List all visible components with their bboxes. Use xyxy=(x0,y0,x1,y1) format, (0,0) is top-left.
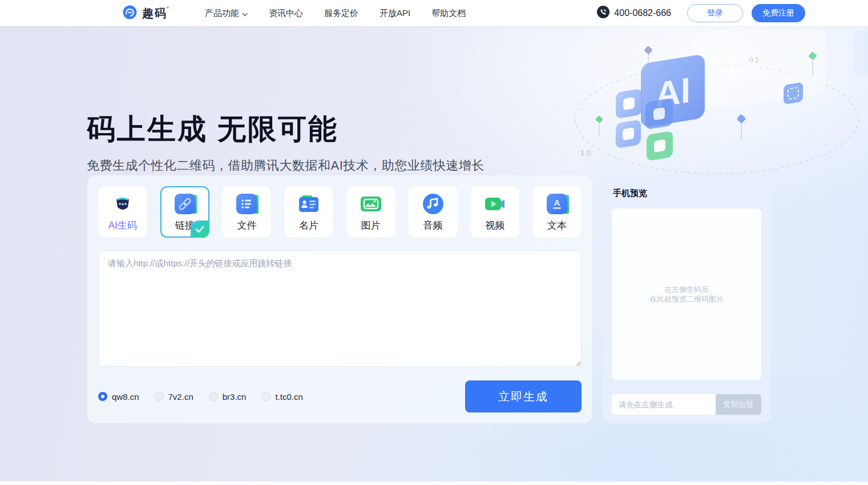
audio-icon xyxy=(422,193,445,215)
contact-card-icon xyxy=(297,193,320,215)
phone-number: 400-0682-666 xyxy=(614,8,671,18)
generate-button[interactable]: 立即生成 xyxy=(465,380,582,412)
tab-audio[interactable]: 音频 xyxy=(409,186,458,238)
domain-option-qw8[interactable]: qw8.cn xyxy=(98,392,139,402)
hero-section: AI 1 0 0 1 码上生成 无限可能 免费生成个性化二维码，借助腾讯大数据和… xyxy=(0,26,868,482)
tab-text[interactable]: A 文本 xyxy=(532,186,582,238)
tab-business-card[interactable]: 名片 xyxy=(284,186,333,238)
nav-item-news[interactable]: 资讯中心 xyxy=(269,8,303,19)
radio-icon[interactable] xyxy=(261,392,271,401)
radio-icon[interactable] xyxy=(209,392,218,401)
domain-option-br3[interactable]: br3.cn xyxy=(209,392,247,402)
phone-icon xyxy=(597,6,609,21)
chevron-down-icon xyxy=(242,9,248,18)
tab-label: 名片 xyxy=(299,219,318,232)
nav-item-pricing[interactable]: 服务定价 xyxy=(324,8,358,19)
tab-label: 图片 xyxy=(361,219,381,232)
brand-logo-icon xyxy=(123,5,137,22)
preview-empty-line1: 在左侧生码后 xyxy=(664,284,709,294)
file-icon xyxy=(235,193,258,215)
shortlink-row: 复制短链 xyxy=(612,394,761,415)
url-input[interactable] xyxy=(98,250,582,367)
ai-panel: AI xyxy=(641,54,705,128)
page-title: 码上生成 无限可能 xyxy=(87,110,338,149)
register-button[interactable]: 免费注册 xyxy=(752,4,805,22)
login-button[interactable]: 登录 xyxy=(687,4,743,22)
tab-image[interactable]: 图片 xyxy=(346,186,395,238)
generator-card: AI生码 链接 xyxy=(87,175,592,423)
generator-bottom-row: qw8.cn 7v2.cn br3.cn t.tc0.cn 立 xyxy=(98,380,582,412)
nav-item-products[interactable]: 产品功能 xyxy=(205,8,248,19)
header-right: 400-0682-666 登录 免费注册 xyxy=(597,4,805,22)
radio-icon[interactable] xyxy=(98,392,107,401)
domain-label: qw8.cn xyxy=(112,392,139,402)
image-icon xyxy=(360,193,382,215)
text-icon: A xyxy=(546,193,568,215)
nav-item-open-api[interactable]: 开放API xyxy=(380,8,410,19)
domain-label: 7v2.cn xyxy=(168,392,193,402)
hero-illustration: AI 1 0 0 1 xyxy=(571,31,868,179)
video-icon xyxy=(483,193,506,215)
svg-text:A: A xyxy=(554,198,560,207)
preview-title: 手机预览 xyxy=(613,188,761,199)
tab-file[interactable]: 文件 xyxy=(222,186,271,238)
nav-item-label: 服务定价 xyxy=(324,8,358,19)
nav-item-label: 资讯中心 xyxy=(269,8,303,19)
tab-label: 文件 xyxy=(237,219,256,232)
preview-empty-line2: 在此处预览二维码图片 xyxy=(649,294,724,304)
selected-check-icon xyxy=(191,221,209,238)
robot-icon xyxy=(111,193,134,215)
shortlink-input[interactable] xyxy=(612,394,716,415)
copy-shortlink-button[interactable]: 复制短链 xyxy=(716,394,761,415)
brand-logo[interactable]: 趣码 xyxy=(123,5,167,22)
tab-label: 视频 xyxy=(485,219,504,232)
tab-ai-code[interactable]: AI生码 xyxy=(98,186,147,238)
svg-text:AI: AI xyxy=(655,70,691,115)
nav-item-help-docs[interactable]: 帮助文档 xyxy=(431,8,466,19)
tab-link[interactable]: 链接 xyxy=(160,186,209,238)
domain-option-7v2[interactable]: 7v2.cn xyxy=(155,392,193,402)
tab-label: AI生码 xyxy=(108,219,137,232)
code-type-tabs: AI生码 链接 xyxy=(98,186,582,238)
generator-area: AI生码 链接 xyxy=(87,175,770,423)
svg-text:0 1: 0 1 xyxy=(749,56,759,64)
main-nav: 产品功能 资讯中心 服务定价 开放API 帮助文档 xyxy=(205,8,466,19)
radio-icon[interactable] xyxy=(155,392,164,401)
nav-item-label: 开放API xyxy=(380,8,410,19)
phone-preview-card: 手机预览 在左侧生码后 在此处预览二维码图片 复制短链 xyxy=(603,175,770,423)
brand-name: 趣码 xyxy=(142,6,167,21)
svg-text:1 0: 1 0 xyxy=(580,149,591,157)
tab-label: 文本 xyxy=(547,219,567,232)
nav-item-label: 产品功能 xyxy=(205,8,239,19)
tab-label: 音频 xyxy=(423,219,443,232)
tab-video[interactable]: 视频 xyxy=(470,186,519,238)
domain-label: br3.cn xyxy=(223,392,247,402)
service-phone: 400-0682-666 xyxy=(597,6,671,21)
domain-label: t.tc0.cn xyxy=(275,392,302,402)
link-icon xyxy=(173,193,196,215)
top-navigation-bar: 趣码 产品功能 资讯中心 服务定价 开放API 帮助文档 400-0682-66… xyxy=(0,0,868,26)
shortlink-domain-options: qw8.cn 7v2.cn br3.cn t.tc0.cn xyxy=(98,392,303,402)
page-subtitle: 免费生成个性化二维码，借助腾讯大数据和AI技术，助您业绩快速增长 xyxy=(87,157,485,174)
domain-option-ttc0[interactable]: t.tc0.cn xyxy=(261,392,302,402)
qr-preview-placeholder: 在左侧生码后 在此处预览二维码图片 xyxy=(612,209,761,380)
nav-item-label: 帮助文档 xyxy=(431,8,466,19)
